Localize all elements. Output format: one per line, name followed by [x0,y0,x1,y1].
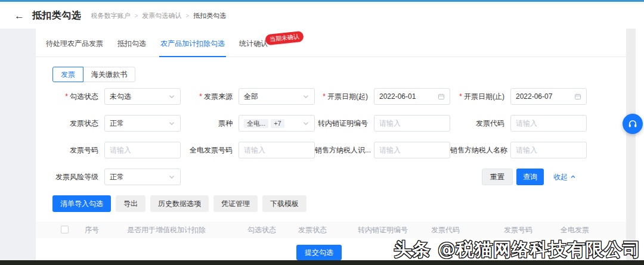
tab-bar: 待处理农产品发票 抵扣勾选 农产品加计扣除勾选 统计确认 当期未确认 [36,35,626,57]
required-asterisk: * [199,92,202,101]
back-arrow-icon[interactable]: ← [14,11,24,21]
multiselect-tags: 全电... +7 [244,119,287,128]
selected-count-tag: +7 [271,119,284,128]
scroll-down-arrow-icon[interactable]: ▼ [628,251,633,257]
select-all-checkbox[interactable] [61,226,69,233]
select-value: 未勾选 [110,92,131,102]
filter-field: 发票代码 [450,115,587,132]
filter-field: *开票日期(止) 2022-06-07 [450,88,587,105]
left-gutter [0,29,36,260]
selected-tag: 全电... [244,119,268,128]
doc-type-toggle: 发票 海关缴款书 [52,67,135,82]
required-asterisk: * [459,92,462,101]
select-value: 正常 [110,172,124,182]
select-value: 正常 [110,119,124,129]
export-button[interactable]: 导出 [116,195,145,212]
date-value: 2022-06-01 [379,92,416,101]
filter-label: *开票日期(止) [450,92,510,102]
filter-field: 发票号码 [36,142,181,158]
filter-field: 销售方纳税人识... [315,142,450,158]
tab-statistics-confirm-label: 统计确认 [239,39,268,48]
doc-type-customs-payment-button[interactable]: 海关缴款书 [83,67,135,82]
invoice-status-select[interactable]: 正常 [104,115,181,132]
filter-field: *开票日期(起) 2022-06-01 [315,88,450,105]
filter-label: 销售方纳税人识... [315,145,374,155]
select-value: 全部 [244,92,258,102]
invoice-date-start-picker[interactable]: 2022-06-01 [374,88,450,105]
filter-label: 票种 [181,119,239,129]
main-panel: 待处理农产品发票 抵扣勾选 农产品加计扣除勾选 统计确认 当期未确认 发票 海关… [36,29,626,260]
column-header-invoice-code: 发票代码 [431,222,460,238]
tab-deduction-check[interactable]: 抵扣勾选 [116,39,147,57]
table-header: 序号 是否用于增值税加计扣除 勾选状态 发票状态 转内销证明编号 发票代码 发票… [36,222,626,238]
doc-type-invoice-button[interactable]: 发票 [52,67,83,82]
filter-label: 销售方纳税人名称 [450,145,510,155]
invoice-date-end-picker[interactable]: 2022-06-07 [510,88,587,105]
invoice-no-input[interactable] [104,142,181,158]
bottom-dark-bar [0,260,644,265]
history-data-options-button[interactable]: 历史数据选项 [150,195,209,212]
breadcrumb-current: 抵扣类勾选 [193,11,226,20]
tab-statistics-confirm[interactable]: 统计确认 当期未确认 [238,39,269,57]
calendar-icon [438,93,445,100]
breadcrumb-item[interactable]: 发票勾选确认 [142,11,181,20]
column-header-invoice-status: 发票状态 [298,222,327,238]
invoice-type-multiselect[interactable]: 全电... +7 [239,115,315,132]
filter-field: 发票风险等级 正常 [36,169,181,185]
table-toolbar: 清单导入勾选 导出 历史数据选项 凭证管理 下载模板 [52,195,306,212]
filter-label: 转内销证明编号 [315,119,374,129]
submit-check-button[interactable]: 提交勾选 [296,245,342,260]
filter-field: 票种 全电... +7 [181,115,315,132]
seller-tax-id-input[interactable] [374,142,450,158]
page-header: ← 抵扣类勾选 税务数字账户 > 发票勾选确认 > 抵扣类勾选 [0,3,644,28]
customer-service-float-button[interactable] [623,114,643,134]
seller-name-input[interactable] [510,142,587,158]
digital-invoice-no-input[interactable] [239,142,315,158]
filter-label: 全电发票号码 [181,145,239,155]
reset-button[interactable]: 重置 [482,169,513,185]
column-header-transfer-cert-no: 转内销证明编号 [358,222,408,238]
chevron-down-icon [168,93,175,100]
filter-field: 发票状态 正常 [36,115,181,132]
voucher-management-button[interactable]: 凭证管理 [213,195,258,212]
chevron-down-icon [168,173,175,180]
tab-agri-extra-deduction-check[interactable]: 农产品加计扣除勾选 [159,39,226,57]
page-title: 抵扣类勾选 [32,10,82,22]
query-button[interactable]: 查询 [516,169,544,185]
filter-field: 销售方纳税人名称 [450,142,587,158]
import-list-check-button[interactable]: 清单导入勾选 [52,195,111,212]
filter-label: 发票代码 [450,119,510,129]
filter-row: 发票状态 正常 票种 全电... +7 转内销证明编号 [36,115,590,132]
chevron-down-icon [168,120,175,127]
filter-label: *勾选状态 [36,92,104,102]
chevron-down-icon [302,93,309,100]
check-status-select[interactable]: 未勾选 [104,88,181,105]
column-header-seq: 序号 [85,222,99,238]
headset-icon [627,119,638,129]
scrollbar-track[interactable] [626,29,636,260]
download-template-button[interactable]: 下载模板 [262,195,306,212]
invoice-source-select[interactable]: 全部 [239,88,315,105]
invoice-risk-level-select[interactable]: 正常 [104,169,181,185]
unconfirmed-period-badge: 当期未确认 [265,31,304,46]
filter-row: *勾选状态 未勾选 *发票来源 全部 *开票日期(起) 2022-06-01 [36,88,590,105]
chevron-down-icon [302,120,309,127]
filter-field: 全电发票号码 [181,142,315,158]
column-header-vat-extra-deduction: 是否用于增值税加计扣除 [127,222,206,238]
collapse-toggle[interactable]: 收起 [553,172,576,182]
tab-pending-agri-invoices[interactable]: 待处理农产品发票 [45,39,104,57]
collapse-label: 收起 [553,172,568,182]
filter-label: 发票号码 [36,145,104,155]
date-value: 2022-06-07 [516,92,552,101]
filter-row: 发票号码 全电发票号码 销售方纳税人识... 销售方纳税人名称 [36,142,590,158]
filter-field: *发票来源 全部 [181,88,315,105]
chevron-up-icon [570,174,576,180]
column-header-invoice-no: 发票号码 [504,222,532,238]
filter-label: *开票日期(起) [315,92,374,102]
invoice-code-input[interactable] [510,115,587,132]
filter-label: *发票来源 [181,92,239,102]
breadcrumb: 税务数字账户 > 发票勾选确认 > 抵扣类勾选 [91,11,227,20]
transfer-cert-no-input[interactable] [374,115,450,132]
filter-label: 发票状态 [36,119,104,129]
breadcrumb-item[interactable]: 税务数字账户 [91,11,131,20]
